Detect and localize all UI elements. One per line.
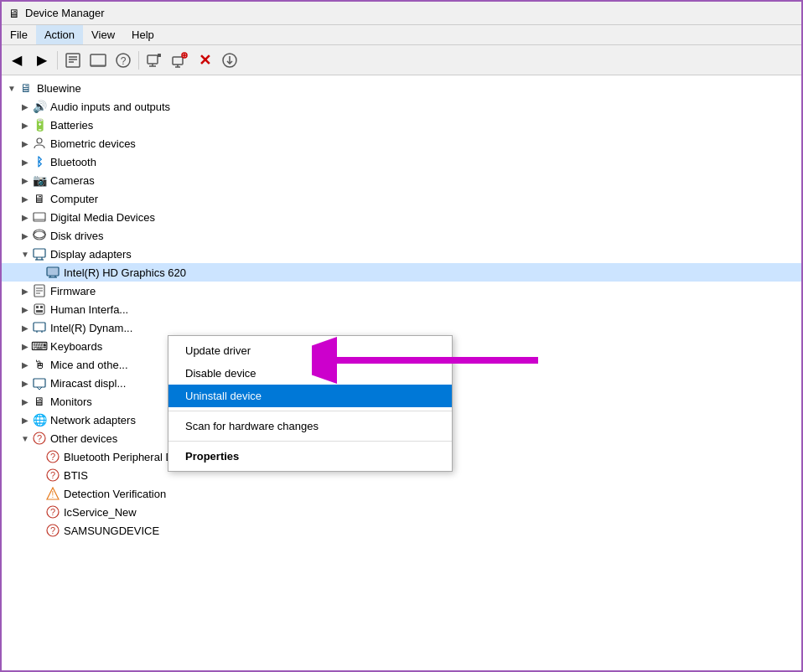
svg-text:?: ? bbox=[50, 507, 55, 517]
svg-text:?: ? bbox=[50, 525, 55, 535]
tree-cameras-icon: 📷 bbox=[32, 173, 47, 188]
tree-item-samsungdevice[interactable]: ? SAMSUNGDEVICE bbox=[2, 521, 801, 540]
tree-item-firmware[interactable]: ▶ Firmware bbox=[2, 282, 801, 300]
svg-rect-8 bbox=[148, 55, 158, 64]
toolbar: ◀ ▶ ? ✕ bbox=[2, 45, 801, 75]
tree-item-humaninterface[interactable]: ▶ Human Interfa... bbox=[2, 300, 801, 318]
svg-rect-27 bbox=[34, 249, 45, 257]
ctx-disabledevice[interactable]: Disable device bbox=[168, 362, 452, 385]
tree-cameras-arrow: ▶ bbox=[18, 173, 32, 187]
tree-item-biometric[interactable]: ▶ Biometric devices bbox=[2, 134, 801, 152]
title-bar-icon: 🖥 bbox=[8, 7, 20, 20]
tree-icservicenew-arrow bbox=[32, 505, 45, 519]
menu-action[interactable]: Action bbox=[36, 25, 83, 44]
toolbar-update[interactable] bbox=[86, 49, 110, 72]
toolbar-connect[interactable] bbox=[168, 49, 191, 72]
toolbar-help[interactable]: ? bbox=[111, 49, 135, 72]
svg-rect-12 bbox=[173, 57, 183, 65]
svg-text:?: ? bbox=[50, 470, 55, 480]
tree-biometric-icon bbox=[32, 136, 47, 151]
tree-networkadapters-label: Network adapters bbox=[50, 414, 136, 426]
tree-panel[interactable]: ▼ 🖥 Bluewine ▶ 🔊 Audio inputs and output… bbox=[2, 75, 801, 672]
svg-text:!: ! bbox=[52, 490, 54, 499]
tree-displayadapters-arrow: ▼ bbox=[18, 247, 32, 261]
tree-item-batteries[interactable]: ▶ 🔋 Batteries bbox=[2, 116, 801, 134]
svg-rect-0 bbox=[66, 54, 80, 67]
tree-miracast-arrow: ▶ bbox=[18, 376, 32, 390]
tree-item-intelhd[interactable]: Intel(R) HD Graphics 620 bbox=[2, 263, 801, 282]
tree-firmware-icon bbox=[32, 283, 47, 298]
tree-batteries-icon: 🔋 bbox=[32, 117, 47, 132]
tree-networkadapters-arrow: ▶ bbox=[18, 413, 32, 426]
tree-intelhd-icon bbox=[45, 265, 60, 280]
tree-firmware-arrow: ▶ bbox=[18, 284, 32, 297]
tree-root[interactable]: ▼ 🖥 Bluewine bbox=[2, 79, 801, 97]
tree-monitors-arrow: ▶ bbox=[18, 395, 32, 408]
svg-rect-39 bbox=[34, 304, 44, 314]
tree-biometric-arrow: ▶ bbox=[18, 137, 32, 150]
ctx-sep2 bbox=[168, 441, 452, 442]
tree-item-computer[interactable]: ▶ 🖥 Computer bbox=[2, 189, 801, 208]
tree-humaninterface-label: Human Interfa... bbox=[50, 303, 128, 316]
svg-text:?: ? bbox=[50, 452, 55, 462]
tree-btperipheral-arrow bbox=[32, 450, 45, 463]
tree-mice-icon: 🖱 bbox=[32, 357, 47, 372]
tree-item-diskdrives[interactable]: ▶ Disk drives bbox=[2, 226, 801, 245]
toolbar-back[interactable]: ◀ bbox=[5, 49, 28, 72]
tree-item-cameras[interactable]: ▶ 📷 Cameras bbox=[2, 171, 801, 189]
svg-rect-43 bbox=[34, 323, 45, 331]
tree-item-icservicenew[interactable]: ? IcService_New bbox=[2, 503, 801, 521]
toolbar-uninstall[interactable]: ✕ bbox=[193, 49, 216, 72]
toolbar-sep1 bbox=[57, 51, 58, 70]
tree-samsungdevice-label: SAMSUNGDEVICE bbox=[64, 525, 159, 537]
tree-biometric-label: Biometric devices bbox=[50, 137, 136, 150]
tree-btperipheral-icon: ? bbox=[45, 449, 60, 464]
tree-digitalmedia-label: Digital Media Devices bbox=[50, 211, 155, 224]
svg-text:?: ? bbox=[37, 433, 42, 443]
tree-item-audio[interactable]: ▶ 🔊 Audio inputs and outputs bbox=[2, 97, 801, 116]
tree-detectionverification-arrow bbox=[32, 487, 45, 500]
tree-item-digitalmedia[interactable]: ▶ Digital Media Devices bbox=[2, 208, 801, 226]
tree-displayadapters-label: Display adapters bbox=[50, 248, 132, 261]
tree-btis-icon: ? bbox=[45, 468, 60, 483]
tree-item-displayadapters[interactable]: ▼ Display adapters bbox=[2, 245, 801, 263]
tree-cameras-label: Cameras bbox=[50, 174, 95, 187]
menu-help[interactable]: Help bbox=[123, 25, 163, 44]
tree-otherdevices-icon: ? bbox=[32, 431, 47, 446]
ctx-scanforhardware[interactable]: Scan for hardware changes bbox=[168, 415, 452, 437]
svg-rect-40 bbox=[36, 306, 39, 308]
tree-keyboards-label: Keyboards bbox=[50, 340, 102, 353]
svg-rect-41 bbox=[40, 306, 43, 308]
ctx-uninstalldevice[interactable]: Uninstall device bbox=[168, 385, 452, 407]
toolbar-forward[interactable]: ▶ bbox=[30, 49, 54, 72]
tree-digitalmedia-icon bbox=[32, 209, 47, 225]
tree-keyboards-icon: ⌨ bbox=[32, 339, 47, 354]
tree-humaninterface-icon bbox=[32, 302, 47, 317]
tree-firmware-label: Firmware bbox=[50, 285, 96, 297]
ctx-updatedriver[interactable]: Update driver bbox=[168, 339, 452, 362]
tree-item-detectionverification[interactable]: ! Detection Verification bbox=[2, 484, 801, 503]
svg-rect-11 bbox=[158, 54, 161, 57]
tree-miracast-label: Miracast displ... bbox=[50, 377, 126, 390]
toolbar-properties[interactable] bbox=[61, 49, 85, 72]
tree-computer-icon: 🖥 bbox=[32, 191, 47, 206]
menu-file[interactable]: File bbox=[2, 25, 36, 44]
tree-item-bluetooth[interactable]: ▶ ᛒ Bluetooth bbox=[2, 152, 801, 171]
tree-computer-label: Computer bbox=[50, 193, 98, 205]
tree-miracast-icon bbox=[32, 375, 47, 390]
tree-btis-label: BTIS bbox=[64, 469, 88, 482]
toolbar-scan[interactable] bbox=[142, 49, 166, 72]
toolbar-download[interactable] bbox=[218, 49, 241, 72]
menu-view[interactable]: View bbox=[83, 25, 123, 44]
tree-batteries-arrow: ▶ bbox=[18, 118, 32, 132]
svg-rect-31 bbox=[47, 267, 59, 276]
ctx-properties[interactable]: Properties bbox=[168, 445, 452, 468]
tree-computer-arrow: ▶ bbox=[18, 192, 32, 205]
tree-item-inteldynamic[interactable]: ▶ Intel(R) Dynam... bbox=[2, 318, 801, 337]
tree-batteries-label: Batteries bbox=[50, 119, 93, 132]
tree-monitors-icon: 🖥 bbox=[32, 394, 47, 409]
tree-intelhd-label: Intel(R) HD Graphics 620 bbox=[64, 266, 186, 279]
tree-displayadapters-icon bbox=[32, 246, 47, 261]
menu-bar: File Action View Help bbox=[2, 25, 801, 45]
tree-root-arrow: ▼ bbox=[5, 81, 18, 95]
